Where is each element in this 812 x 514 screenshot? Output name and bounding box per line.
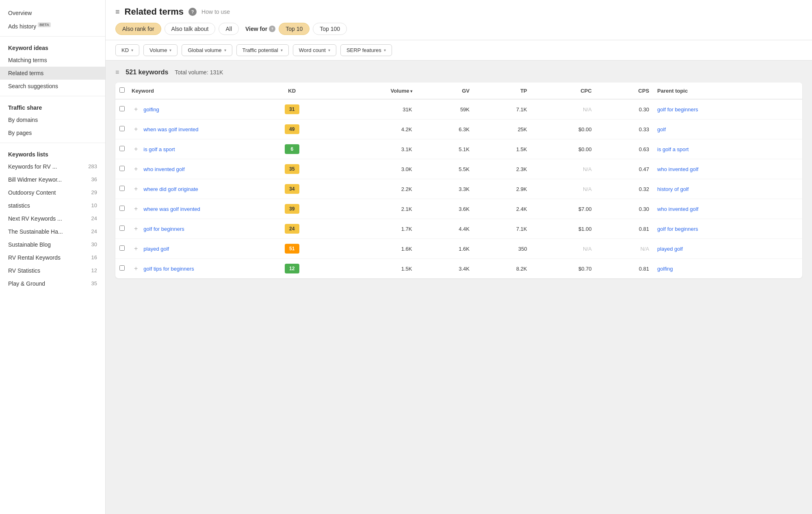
tab-also-rank-for[interactable]: Also rank for — [115, 23, 161, 35]
gv-cell: 5.5K — [416, 159, 474, 179]
cpc-cell: $0.70 — [531, 259, 596, 279]
cpc-cell: $0.00 — [531, 119, 596, 139]
kd-badge: 31 — [285, 104, 299, 114]
filter-volume[interactable]: Volume ▾ — [143, 44, 178, 56]
col-header-volume[interactable]: Volume▾ — [327, 82, 416, 99]
filter-kd[interactable]: KD ▾ — [115, 44, 139, 56]
parent-topic-link[interactable]: golf for beginners — [657, 226, 698, 232]
sidebar-divider-1 — [0, 36, 105, 37]
top10-button[interactable]: Top 10 — [279, 23, 310, 35]
filter-traffic-potential[interactable]: Traffic potential ▾ — [236, 44, 289, 56]
volume-cell: 2.1K — [327, 199, 416, 219]
gv-cell: 3.3K — [416, 179, 474, 199]
volume-cell: 4.2K — [327, 119, 416, 139]
keyword-link[interactable]: golf tips for beginners — [143, 266, 194, 272]
table-row: + golfing 31 31K 59K 7.1K N/A 0.30 golf … — [115, 99, 802, 119]
add-keyword-button[interactable]: + — [132, 184, 140, 193]
volume-cell: 3.1K — [327, 139, 416, 159]
row-checkbox[interactable] — [119, 186, 125, 191]
tab-also-talk-about[interactable]: Also talk about — [165, 23, 216, 35]
top100-button[interactable]: Top 100 — [313, 23, 347, 35]
row-checkbox-cell — [115, 159, 128, 179]
gv-cell: 4.4K — [416, 219, 474, 239]
add-keyword-button[interactable]: + — [132, 264, 140, 273]
keyword-link[interactable]: where was golf invented — [143, 206, 200, 212]
add-keyword-button[interactable]: + — [132, 244, 140, 253]
row-checkbox-cell — [115, 119, 128, 139]
filter-word-count[interactable]: Word count ▾ — [293, 44, 336, 56]
add-keyword-button[interactable]: + — [132, 145, 140, 154]
row-checkbox[interactable] — [119, 245, 125, 251]
add-keyword-button[interactable]: + — [132, 224, 140, 233]
row-checkbox[interactable] — [119, 265, 125, 271]
parent-topic-link[interactable]: golf — [657, 126, 666, 132]
parent-topic-link[interactable]: who invented golf — [657, 206, 698, 212]
how-to-use-link[interactable]: How to use — [201, 9, 230, 15]
row-checkbox-cell — [115, 219, 128, 239]
keyword-link[interactable]: where did golf originate — [143, 186, 198, 192]
sidebar-item-keywords-rv[interactable]: Keywords for RV ... 283 — [0, 160, 105, 173]
filter-global-volume[interactable]: Global volume ▾ — [182, 44, 232, 56]
table-row: + who invented golf 35 3.0K 5.5K 2.3K N/… — [115, 159, 802, 179]
select-all-checkbox[interactable] — [119, 87, 125, 93]
keyword-link[interactable]: when was golf invented — [143, 126, 198, 132]
parent-topic-link[interactable]: who invented golf — [657, 166, 698, 172]
row-checkbox[interactable] — [119, 226, 125, 231]
parent-topic-link[interactable]: history of golf — [657, 186, 689, 192]
row-checkbox[interactable] — [119, 166, 125, 171]
sidebar-item-play-ground[interactable]: Play & Ground 35 — [0, 277, 105, 290]
content-area: ≡ 521 keywords Total volume: 131K Keywor… — [106, 61, 812, 514]
sidebar-section-traffic-share: Traffic share — [0, 100, 105, 113]
hamburger-icon[interactable]: ≡ — [115, 8, 120, 16]
sidebar-item-next-rv[interactable]: Next RV Keywords ... 24 — [0, 212, 105, 225]
sort-icon[interactable]: ≡ — [115, 69, 119, 76]
sidebar-item-by-domains[interactable]: By domains — [0, 113, 105, 126]
kd-badge: 12 — [285, 264, 299, 273]
sidebar-item-outdoorsy-content[interactable]: Outdoorsy Content 29 — [0, 186, 105, 199]
keyword-link[interactable]: played golf — [143, 246, 169, 252]
help-icon[interactable]: ? — [188, 8, 197, 16]
keywords-count: 521 keywords — [126, 69, 168, 76]
add-keyword-button[interactable]: + — [132, 165, 140, 174]
col-header-keyword: Keyword — [128, 82, 258, 99]
keyword-link[interactable]: who invented golf — [143, 166, 184, 172]
add-keyword-button[interactable]: + — [132, 125, 140, 134]
row-checkbox[interactable] — [119, 106, 125, 111]
filter-serp-features[interactable]: SERP features ▾ — [340, 44, 392, 56]
parent-topic-cell: golf for beginners — [653, 99, 802, 119]
add-keyword-button[interactable]: + — [132, 105, 140, 114]
keyword-link[interactable]: golfing — [143, 106, 159, 113]
tp-cell: 25K — [474, 119, 531, 139]
add-keyword-button[interactable]: + — [132, 204, 140, 213]
tab-all[interactable]: All — [219, 23, 239, 35]
keyword-link[interactable]: is golf a sport — [143, 146, 175, 152]
table-row: + golf for beginners 24 1.7K 4.4K 7.1K $… — [115, 219, 802, 239]
sidebar-item-by-pages[interactable]: By pages — [0, 126, 105, 139]
sidebar-item-ads-history[interactable]: Ads historyBETA — [0, 20, 105, 33]
tp-cell: 2.3K — [474, 159, 531, 179]
table-row: + where was golf invented 39 2.1K 3.6K 2… — [115, 199, 802, 219]
parent-topic-cell: played golf — [653, 239, 802, 259]
parent-topic-link[interactable]: is golf a sport — [657, 146, 689, 152]
row-checkbox-cell — [115, 259, 128, 279]
row-checkbox[interactable] — [119, 206, 125, 211]
sidebar-item-sustainable-blog[interactable]: Sustainable Blog 30 — [0, 238, 105, 251]
sidebar-item-rv-rental[interactable]: RV Rental Keywords 16 — [0, 251, 105, 264]
sidebar-item-related-terms[interactable]: Related terms — [0, 67, 105, 80]
sidebar-item-bill-widmer[interactable]: Bill Widmer Keywor... 36 — [0, 173, 105, 186]
sidebar-item-sustainable-ha[interactable]: The Sustainable Ha... 24 — [0, 225, 105, 238]
keyword-link[interactable]: golf for beginners — [143, 226, 184, 232]
sidebar-item-statistics[interactable]: statistics 10 — [0, 199, 105, 212]
col-header-gv: GV — [416, 82, 474, 99]
filter-bar: KD ▾ Volume ▾ Global volume ▾ Traffic po… — [106, 40, 812, 61]
parent-topic-link[interactable]: golfing — [657, 266, 673, 272]
sidebar-item-matching-terms[interactable]: Matching terms — [0, 54, 105, 67]
row-checkbox[interactable] — [119, 146, 125, 151]
sidebar-item-overview[interactable]: Overview — [0, 7, 105, 20]
row-checkbox[interactable] — [119, 126, 125, 131]
view-for-help-icon[interactable]: ? — [269, 26, 275, 32]
parent-topic-link[interactable]: golf for beginners — [657, 106, 698, 113]
parent-topic-link[interactable]: played golf — [657, 246, 683, 252]
sidebar-item-search-suggestions[interactable]: Search suggestions — [0, 80, 105, 93]
sidebar-item-rv-statistics[interactable]: RV Statistics 12 — [0, 264, 105, 277]
